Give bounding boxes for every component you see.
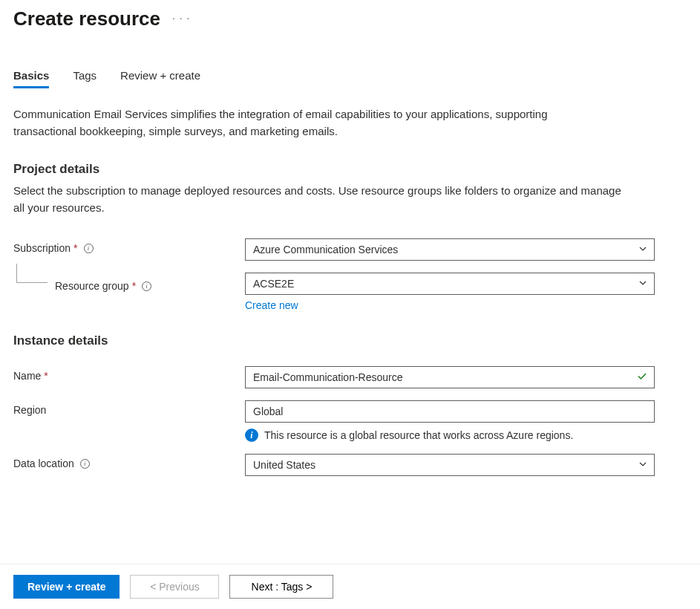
resource-group-select[interactable]: ACSE2E (245, 273, 655, 295)
project-details-description: Select the subscription to manage deploy… (0, 183, 638, 216)
data-location-value: United States (253, 459, 315, 471)
more-actions-icon[interactable]: · · · (172, 12, 190, 27)
name-value: Email-Communication-Resource (253, 371, 403, 383)
resource-group-label: Resource group * i (13, 273, 245, 292)
name-input[interactable]: Email-Communication-Resource (245, 366, 655, 388)
tree-connector-icon (16, 264, 48, 283)
review-create-button[interactable]: Review + create (13, 575, 120, 599)
region-value: Global (253, 406, 283, 417)
name-label: Name * (13, 366, 245, 382)
data-location-label-text: Data location (13, 457, 74, 469)
info-badge-icon: i (245, 429, 258, 442)
data-location-label: Data location i (13, 454, 245, 469)
next-button[interactable]: Next : Tags > (229, 575, 333, 599)
previous-button: < Previous (130, 575, 219, 599)
info-icon[interactable]: i (142, 281, 151, 291)
footer-bar: Review + create < Previous Next : Tags > (0, 564, 700, 609)
tab-basics[interactable]: Basics (13, 69, 49, 88)
tab-review-create[interactable]: Review + create (120, 69, 200, 88)
project-details-heading: Project details (0, 140, 700, 183)
subscription-value: Azure Communication Services (253, 244, 398, 255)
subscription-label: Subscription * i (13, 238, 245, 254)
resource-group-value: ACSE2E (253, 278, 294, 290)
page-description: Communication Email Services simplifies … (0, 88, 594, 140)
create-new-link[interactable]: Create new (245, 299, 298, 311)
info-icon[interactable]: i (80, 459, 90, 469)
page-title: Create resource (13, 7, 160, 30)
required-asterisk: * (44, 370, 48, 382)
tab-bar: Basics Tags Review + create (0, 69, 700, 88)
name-label-text: Name (13, 370, 41, 382)
region-select[interactable]: Global (245, 400, 655, 423)
subscription-label-text: Subscription (13, 242, 71, 254)
info-icon[interactable]: i (84, 244, 94, 253)
region-info-text: This resource is a global resource that … (264, 429, 573, 441)
tab-tags[interactable]: Tags (73, 69, 97, 88)
region-label-text: Region (13, 404, 46, 416)
required-asterisk: * (132, 280, 136, 292)
resource-group-label-text: Resource group (55, 280, 129, 292)
required-asterisk: * (73, 242, 77, 254)
subscription-select[interactable]: Azure Communication Services (245, 238, 655, 261)
data-location-select[interactable]: United States (245, 454, 655, 476)
instance-details-heading: Instance details (0, 311, 700, 354)
region-label: Region (13, 400, 245, 416)
